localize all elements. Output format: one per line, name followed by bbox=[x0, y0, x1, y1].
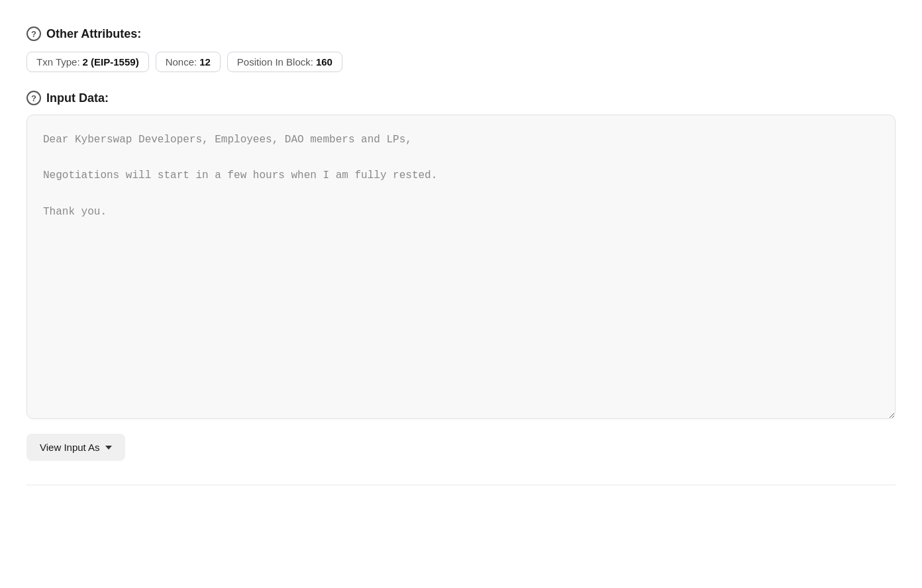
nonce-badge: Nonce: 12 bbox=[156, 52, 221, 72]
page-container: ? Other Attributes: Txn Type: 2 (EIP-155… bbox=[0, 0, 922, 512]
view-input-as-label: View Input As bbox=[40, 442, 100, 453]
other-attributes-title: ? Other Attributes: bbox=[26, 26, 896, 41]
txn-type-badge: Txn Type: 2 (EIP-1559) bbox=[26, 52, 149, 72]
nonce-label: Nonce: bbox=[166, 56, 197, 68]
txn-type-value: 2 (EIP-1559) bbox=[83, 56, 139, 68]
position-value: 160 bbox=[316, 56, 333, 68]
position-in-block-badge: Position In Block: 160 bbox=[227, 52, 342, 72]
input-data-textarea[interactable] bbox=[26, 115, 896, 419]
view-input-as-button[interactable]: View Input As bbox=[26, 434, 125, 461]
position-label: Position In Block: bbox=[237, 56, 313, 68]
input-data-help-icon[interactable]: ? bbox=[26, 91, 41, 105]
input-data-title: ? Input Data: bbox=[26, 91, 896, 105]
badges-row: Txn Type: 2 (EIP-1559) Nonce: 12 Positio… bbox=[26, 52, 896, 72]
txn-type-label: Txn Type: bbox=[36, 56, 80, 68]
other-attributes-help-icon[interactable]: ? bbox=[26, 26, 41, 41]
input-data-section: ? Input Data: View Input As bbox=[26, 91, 896, 461]
other-attributes-title-text: Other Attributes: bbox=[46, 27, 141, 41]
other-attributes-header: ? Other Attributes: bbox=[26, 26, 896, 41]
bottom-divider bbox=[26, 485, 896, 485]
input-data-title-text: Input Data: bbox=[46, 91, 109, 105]
chevron-down-icon bbox=[105, 446, 112, 450]
nonce-value: 12 bbox=[199, 56, 211, 68]
